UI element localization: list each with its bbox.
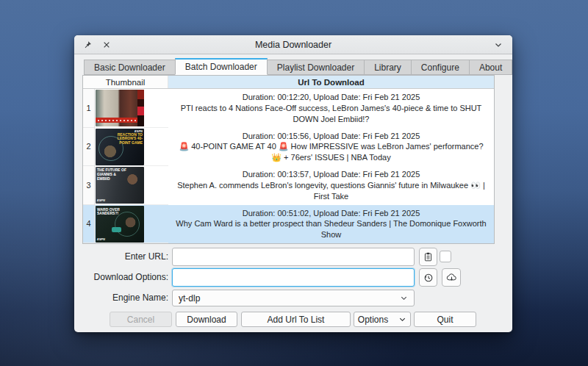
thumbnail-caption: THE FUTURE OF GIANNIS & EMBIID <box>97 168 129 181</box>
video-meta: Duration: 00:51:02, Upload Date: Fri Feb… <box>243 208 420 219</box>
paste-clipboard-button[interactable] <box>419 248 437 266</box>
options-button[interactable]: Options <box>354 312 411 327</box>
row-number: 1 <box>83 89 95 128</box>
video-info: Duration: 00:13:57, Upload Date: Fri Feb… <box>168 166 494 205</box>
thumbnail-caption: WARD OVER SANDERS?! <box>97 208 131 217</box>
tab-library[interactable]: Library <box>364 60 411 75</box>
tab-basic-downloader[interactable]: Basic Downloader <box>84 60 175 75</box>
thumbnail-image: ESPN REACTION TO LEBRON'S 40-POINT GAME <box>96 129 144 165</box>
url-option-checkbox[interactable] <box>440 251 451 262</box>
pin-icon[interactable] <box>79 37 96 53</box>
thumbnail-badge <box>112 227 121 232</box>
video-thumbnail: ESPN REACTION TO LEBRON'S 40-POINT GAME <box>95 128 168 167</box>
video-title: Stephen A. commends LeBron's longevity, … <box>176 180 487 201</box>
add-url-to-list-button[interactable]: Add Url To List <box>241 312 351 327</box>
shade-chevron-icon[interactable] <box>490 37 506 53</box>
engine-name-label: Engine Name: <box>80 293 168 303</box>
tab-batch-downloader[interactable]: Batch Downloader <box>175 58 268 75</box>
cancel-button[interactable]: Cancel <box>110 312 172 327</box>
thumbnail-image <box>96 90 144 126</box>
window-title: Media Downloader <box>74 40 512 50</box>
espn-logo: ESPN <box>97 237 105 241</box>
video-meta: Duration: 00:15:56, Upload Date: Fri Feb… <box>243 131 420 142</box>
chevron-down-icon <box>400 294 408 302</box>
download-options-label: Download Options: <box>80 272 168 282</box>
media-downloader-window: Media Downloader Basic Downloader Batch … <box>74 35 512 332</box>
video-info: Duration: 00:12:20, Upload Date: Fri Feb… <box>168 89 494 128</box>
table-header: Thumbnail Url To Download <box>83 76 494 89</box>
tab-bar: Basic Downloader Batch Downloader Playli… <box>84 58 512 75</box>
history-button[interactable] <box>419 268 437 287</box>
paste-clipboard-icon <box>423 252 433 262</box>
download-defaults-button[interactable] <box>442 268 461 287</box>
thumbnail-banner <box>96 118 137 123</box>
video-title: PTI reacts to 4 Nations Face-Off success… <box>176 103 487 124</box>
thumbnail-caption: REACTION TO LEBRON'S 40-POINT GAME <box>112 133 143 146</box>
download-list-table: Thumbnail Url To Download 1 Duration: 00… <box>82 75 495 244</box>
enter-url-input[interactable] <box>172 248 415 266</box>
video-thumbnail: WARD OVER SANDERS?! ESPN <box>95 205 168 244</box>
quit-button[interactable]: Quit <box>414 312 476 327</box>
engine-selected-value: yt-dlp <box>179 293 200 304</box>
table-row[interactable]: 3 THE FUTURE OF GIANNIS & EMBIID ESPN Du… <box>83 166 494 205</box>
thumbnail-column-header[interactable]: Thumbnail <box>83 76 168 88</box>
tab-playlist-downloader[interactable]: Playlist Downloader <box>268 60 364 75</box>
video-meta: Duration: 00:12:20, Upload Date: Fri Feb… <box>243 92 420 103</box>
thumbnail-side-strip <box>137 90 144 126</box>
row-number: 3 <box>83 166 95 205</box>
table-row[interactable]: 2 ESPN REACTION TO LEBRON'S 40-POINT GAM… <box>83 128 494 167</box>
video-info: Duration: 00:15:56, Upload Date: Fri Feb… <box>168 128 494 167</box>
download-options-input[interactable] <box>172 268 415 287</box>
video-title: Why Cam Ward is a better prospect than S… <box>176 218 487 240</box>
thumbnail-image: THE FUTURE OF GIANNIS & EMBIID ESPN <box>96 167 144 204</box>
tab-about[interactable]: About <box>469 60 512 75</box>
video-thumbnail: THE FUTURE OF GIANNIS & EMBIID ESPN <box>95 166 168 205</box>
espn-logo: ESPN <box>97 198 105 202</box>
row-number: 2 <box>83 128 95 167</box>
table-row[interactable]: 1 Duration: 00:12:20, Upload Date: Fri F… <box>83 89 494 128</box>
video-meta: Duration: 00:13:57, Upload Date: Fri Feb… <box>243 169 420 180</box>
tab-configure[interactable]: Configure <box>411 60 469 75</box>
history-icon <box>423 273 434 283</box>
thumbnail-image: WARD OVER SANDERS?! ESPN <box>96 206 144 243</box>
url-column-header[interactable]: Url To Download <box>168 76 494 88</box>
chevron-down-icon <box>398 315 406 323</box>
video-info: Duration: 00:51:02, Upload Date: Fri Feb… <box>168 205 494 244</box>
cloud-download-icon <box>446 273 457 282</box>
close-icon[interactable] <box>98 37 115 53</box>
enter-url-label: Enter URL: <box>80 251 168 262</box>
titlebar[interactable]: Media Downloader <box>74 35 512 54</box>
video-thumbnail <box>95 89 168 128</box>
row-number: 4 <box>83 205 95 244</box>
download-button[interactable]: Download <box>176 312 237 327</box>
video-title: 🚨 40-POINT GAME AT 40 🚨 How IMPRESSIVE w… <box>176 141 487 162</box>
table-row-selected[interactable]: 4 WARD OVER SANDERS?! ESPN Duration: 00:… <box>83 205 494 244</box>
engine-select[interactable]: yt-dlp <box>172 290 415 306</box>
